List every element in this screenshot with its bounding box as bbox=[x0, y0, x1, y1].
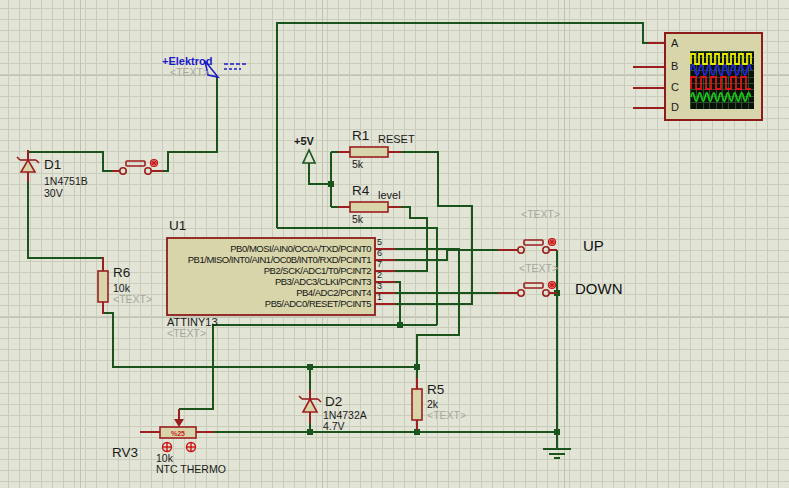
wire-d1-top-net bbox=[28, 152, 114, 171]
u1-pin-number: 1 bbox=[377, 293, 393, 302]
u1-ref: U1 bbox=[169, 219, 186, 234]
d2-zener-diode[interactable] bbox=[299, 396, 321, 412]
oscilloscope-screen bbox=[690, 51, 754, 109]
junction-dot bbox=[414, 364, 420, 370]
waveform-channel-d bbox=[691, 93, 751, 101]
down-button-label: DOWN bbox=[575, 281, 623, 298]
waveform-channel-a bbox=[691, 54, 751, 64]
r1-ref: R1 bbox=[352, 129, 369, 144]
junction-dot bbox=[554, 429, 560, 435]
u1-pin-label: PB5/ADC0/RESET/PCINT5 bbox=[169, 299, 371, 309]
scope-channel-a-label: A bbox=[671, 37, 678, 49]
r6-text-placeholder: <TEXT> bbox=[113, 294, 152, 306]
u1-pin-number: 2 bbox=[377, 271, 393, 280]
down-text-placeholder: <TEXT> bbox=[519, 263, 558, 275]
u1-pin-label: PB3/ADC3/CLKI/PCINT3 bbox=[169, 277, 371, 287]
r1-resistor-body[interactable] bbox=[350, 147, 388, 157]
u1-pin-label: PB0/MOSI/AIN0/OC0A/TXD/PCINT0 bbox=[169, 244, 371, 254]
r5-resistor-body[interactable] bbox=[412, 389, 422, 420]
u1-pin-label: PB1/MISO/INT0/AIN1/OC0B/INT0/RXD/PCINT1 bbox=[169, 255, 371, 265]
rv3-type: NTC THERMO bbox=[156, 464, 226, 476]
r5-text-placeholder: <TEXT> bbox=[427, 410, 466, 422]
probe-text-placeholder: <TEXT> bbox=[170, 67, 209, 79]
power-5v-label: +5V bbox=[294, 135, 314, 147]
u1-pin-number: 5 bbox=[377, 238, 393, 247]
r4-ref: R4 bbox=[352, 184, 369, 199]
scope-channel-b-label: B bbox=[671, 60, 678, 72]
power-flag-5v[interactable] bbox=[303, 150, 315, 163]
r6-resistor-body[interactable] bbox=[98, 271, 108, 302]
oscilloscope-waveforms bbox=[690, 51, 754, 109]
wire-pin6-up-net bbox=[395, 250, 499, 260]
ground-symbol bbox=[543, 449, 571, 458]
junction-dot bbox=[328, 181, 334, 187]
junction-dot bbox=[307, 429, 313, 435]
scope-channel-d-label: D bbox=[671, 101, 679, 113]
u1-pin-number: 7 bbox=[377, 260, 393, 269]
r4-value: 5k bbox=[352, 214, 363, 226]
waveform-channel-c bbox=[691, 77, 751, 89]
d1-ref: D1 bbox=[44, 158, 61, 173]
d1-part: 1N4751B bbox=[44, 176, 88, 188]
junction-dot bbox=[397, 322, 403, 328]
wire-rail1 bbox=[103, 313, 417, 367]
button-actuator-icon[interactable] bbox=[548, 281, 556, 289]
u1-text-placeholder: <TEXT> bbox=[167, 328, 206, 340]
d1-voltage: 30V bbox=[44, 188, 63, 200]
d1-zener-diode[interactable] bbox=[17, 157, 39, 172]
wire-scope-a-net bbox=[277, 23, 650, 228]
waveform-channel-b bbox=[691, 65, 751, 75]
r4-resistor-body[interactable] bbox=[350, 202, 388, 212]
wire-r4-level-net bbox=[395, 207, 427, 271]
button-actuator-icon[interactable] bbox=[548, 238, 556, 246]
u1-pin-label: PB2/SCK/ADC1/T0/PCINT2 bbox=[169, 266, 371, 276]
wire-5v-stem bbox=[309, 163, 331, 184]
r1-note: RESET bbox=[378, 133, 415, 145]
rv3-wiper-percent: %25 bbox=[160, 429, 196, 438]
u1-pin-label: PB4/ADC2/PCINT4 bbox=[169, 288, 371, 298]
d2-voltage: 4.7V bbox=[323, 421, 345, 433]
button-actuator-icon[interactable] bbox=[150, 159, 158, 167]
r1-value: 5k bbox=[352, 159, 363, 171]
wire-d1-bottom-net bbox=[28, 180, 103, 258]
u1-pin-number: 3 bbox=[377, 282, 393, 291]
r4-note: level bbox=[378, 189, 401, 201]
junction-dot bbox=[307, 364, 313, 370]
r6-ref: R6 bbox=[113, 266, 130, 281]
up-button-label: UP bbox=[583, 238, 604, 255]
up-text-placeholder: <TEXT> bbox=[521, 209, 560, 221]
wire-probe-net bbox=[162, 77, 217, 171]
rv3-decrement-button[interactable] bbox=[163, 443, 172, 452]
d2-ref: D2 bbox=[325, 395, 342, 410]
rv3-wiper-arrow bbox=[174, 419, 184, 427]
schematic-canvas: +Elektrod <TEXT> D1 1N4751B 30V R6 10k <… bbox=[0, 0, 789, 488]
u1-pin-number: 6 bbox=[377, 249, 393, 258]
schematic-graphics bbox=[0, 0, 789, 488]
rv3-ref: RV3 bbox=[112, 446, 138, 461]
r5-ref: R5 bbox=[427, 383, 444, 398]
wire-layer bbox=[28, 23, 650, 449]
scope-channel-c-label: C bbox=[671, 81, 679, 93]
rv3-increment-button[interactable] bbox=[187, 443, 196, 452]
